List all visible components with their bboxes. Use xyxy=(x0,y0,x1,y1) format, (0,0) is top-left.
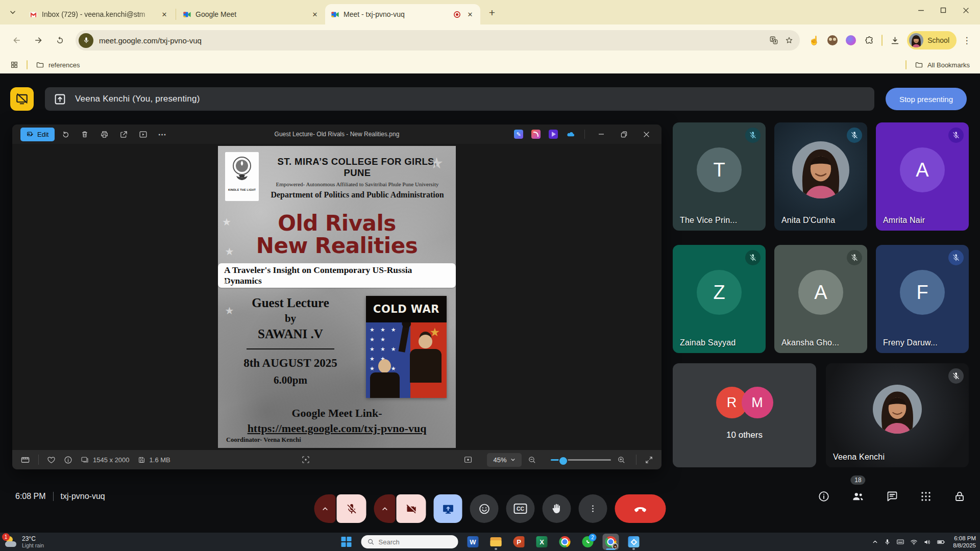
activities-icon[interactable] xyxy=(920,490,932,503)
word-app-icon[interactable]: W xyxy=(465,534,481,550)
back-button[interactable] xyxy=(8,31,26,49)
image-edit-app-icon[interactable]: ✎ xyxy=(511,127,526,141)
reload-button[interactable] xyxy=(51,31,69,49)
presentation-off-tile-icon[interactable] xyxy=(10,87,34,111)
tray-mic-icon[interactable] xyxy=(884,539,891,545)
captions-button[interactable]: CC xyxy=(506,494,535,523)
tray-battery-icon[interactable] xyxy=(937,538,945,546)
tab-mic-in-use-icon[interactable] xyxy=(79,33,93,48)
raise-hand-button[interactable] xyxy=(543,494,571,523)
tab-meet-active[interactable]: Meet - txj-pvno-vuq ✕ xyxy=(325,4,480,24)
share-icon[interactable] xyxy=(115,127,132,141)
more-options-button[interactable] xyxy=(579,494,607,523)
rotate-icon[interactable] xyxy=(57,127,74,141)
file-info-icon[interactable] xyxy=(64,456,72,464)
window-minimize-button[interactable] xyxy=(910,2,932,19)
chrome-menu-icon[interactable]: ⋮ xyxy=(960,33,974,47)
all-bookmarks-button[interactable]: All Bookmarks xyxy=(911,59,974,71)
spotlight-icon[interactable] xyxy=(301,455,310,464)
tray-wifi-icon[interactable] xyxy=(910,538,918,546)
zoom-slider[interactable] xyxy=(551,459,611,461)
tab-gmail[interactable]: Inbox (729) - veena.kenchi@stm ✕ xyxy=(23,4,175,24)
participant-tile[interactable]: A Amrita Nair xyxy=(876,122,969,231)
taskbar-weather-widget[interactable]: 1 23°C Light rain xyxy=(5,533,44,551)
tab-close-icon[interactable]: ✕ xyxy=(159,9,169,19)
present-now-button[interactable] xyxy=(434,494,462,523)
whatsapp-icon[interactable]: 2 xyxy=(580,534,596,550)
meet-link-url: https://meet.google.com/txj-pvno-vuq xyxy=(218,422,456,435)
bookmark-folder-references[interactable]: references xyxy=(32,59,84,71)
tab-search-button[interactable] xyxy=(5,5,20,20)
url-bar[interactable]: meet.google.com/txj-pvno-vuq xyxy=(76,30,800,51)
tray-keyboard-icon[interactable] xyxy=(896,538,904,546)
translate-icon[interactable] xyxy=(766,33,781,48)
more-options-icon[interactable]: ⋯ xyxy=(154,127,171,141)
new-tab-button[interactable]: + xyxy=(484,5,500,20)
photos-close-button[interactable] xyxy=(636,127,656,142)
meeting-details-icon[interactable] xyxy=(818,490,830,503)
mic-off-button[interactable] xyxy=(337,494,366,523)
extensions-puzzle-icon[interactable] xyxy=(861,32,877,48)
stop-presenting-button[interactable]: Stop presenting xyxy=(886,88,967,110)
taskbar-search[interactable] xyxy=(361,535,458,548)
host-controls-icon[interactable] xyxy=(953,490,966,503)
participant-tile[interactable]: Anita D'Cunha xyxy=(774,122,867,231)
leave-call-button[interactable] xyxy=(615,494,666,523)
window-maximize-button[interactable] xyxy=(932,2,954,19)
bookmark-star-icon[interactable] xyxy=(781,33,797,48)
designer-app-icon[interactable] xyxy=(528,127,544,141)
forward-button[interactable] xyxy=(29,31,47,49)
zoom-in-icon[interactable] xyxy=(617,456,626,464)
edit-button[interactable]: Edit xyxy=(20,128,55,141)
chrome-icon[interactable] xyxy=(557,534,573,550)
captions-label: CC xyxy=(517,506,524,512)
powerpoint-app-icon[interactable]: P xyxy=(511,534,527,550)
avatar-initial: Z xyxy=(697,270,742,315)
mic-options-chevron[interactable] xyxy=(314,494,336,523)
participant-tile[interactable]: A Akansha Gho... xyxy=(774,245,867,353)
delete-icon[interactable] xyxy=(76,127,93,141)
zoom-out-icon[interactable] xyxy=(528,456,536,464)
tab-close-icon[interactable]: ✕ xyxy=(465,9,475,19)
owl-extension-icon[interactable] xyxy=(824,32,841,48)
search-input[interactable] xyxy=(379,538,445,546)
filmstrip-toggle-icon[interactable] xyxy=(20,455,30,465)
pointer-extension-icon[interactable]: ☝ xyxy=(806,32,822,48)
participant-tile[interactable]: Z Zainab Sayyad xyxy=(673,245,766,353)
tab-google-meet[interactable]: Google Meet ✕ xyxy=(177,4,325,24)
taskbar-clock[interactable]: 6:08 PM 8/8/2025 xyxy=(953,535,976,549)
slideshow-icon[interactable] xyxy=(134,127,152,141)
chat-icon[interactable] xyxy=(886,490,898,503)
window-close-button[interactable] xyxy=(954,2,977,19)
excel-app-icon[interactable]: X xyxy=(534,534,550,550)
clipchamp-app-icon[interactable] xyxy=(546,127,561,141)
chrome-active-profile-icon[interactable] xyxy=(603,534,619,550)
photos-minimize-button[interactable] xyxy=(591,127,611,142)
onedrive-icon[interactable] xyxy=(563,127,578,141)
participants-icon[interactable]: 18 xyxy=(851,490,865,503)
photos-restore-button[interactable] xyxy=(614,127,634,142)
participant-tile[interactable]: F Freny Daruw... xyxy=(876,245,969,353)
others-tile[interactable]: R M 10 others xyxy=(673,363,816,467)
brain-extension-icon[interactable] xyxy=(843,32,859,48)
print-icon[interactable] xyxy=(95,127,113,141)
camera-options-chevron[interactable] xyxy=(374,494,396,523)
downloads-icon[interactable] xyxy=(887,32,903,48)
file-explorer-icon[interactable] xyxy=(488,534,504,550)
tab-close-icon[interactable]: ✕ xyxy=(310,9,320,19)
reactions-button[interactable] xyxy=(470,494,499,523)
apps-shortcut-icon[interactable] xyxy=(6,59,22,70)
photos-app-taskbar-icon[interactable] xyxy=(626,534,642,550)
tray-expand-chevron-icon[interactable] xyxy=(872,539,878,545)
tab-title: Meet - txj-pvno-vuq xyxy=(344,10,449,18)
tray-volume-icon[interactable] xyxy=(923,538,931,546)
fullscreen-icon[interactable] xyxy=(645,456,653,464)
fit-to-window-icon[interactable] xyxy=(463,455,473,464)
zoom-level-dropdown[interactable]: 45% xyxy=(487,453,522,467)
profile-chip[interactable]: School xyxy=(907,31,957,49)
participant-tile[interactable]: T The Vice Prin... xyxy=(673,122,766,231)
favorite-heart-icon[interactable] xyxy=(47,456,56,464)
start-button[interactable] xyxy=(338,534,355,550)
self-tile[interactable]: Veena Kenchi xyxy=(826,363,969,467)
camera-off-button[interactable] xyxy=(397,494,426,523)
